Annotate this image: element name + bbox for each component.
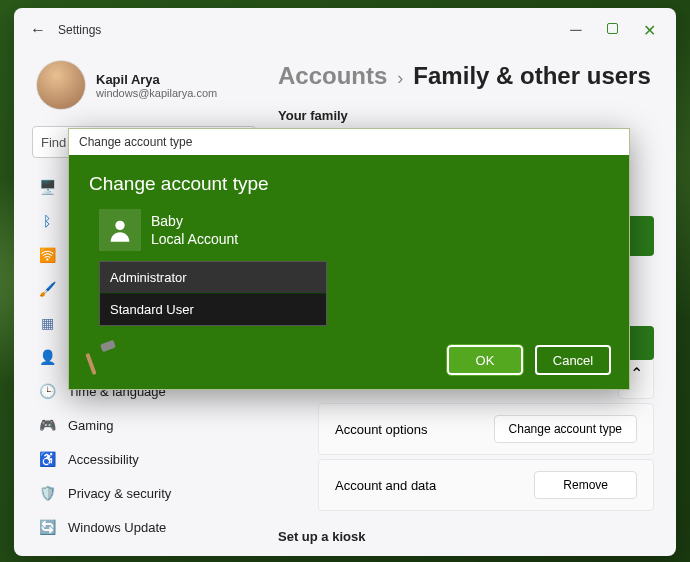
account-type-dropdown[interactable]: Administrator Standard User [99,261,327,326]
section-heading-kiosk: Set up a kiosk [278,529,654,544]
privacy-icon: 🛡️ [38,484,56,502]
profile-email: windows@kapilarya.com [96,87,217,99]
profile-avatar [36,60,86,110]
titlebar: ← Settings ─ ✕ [14,8,676,52]
account-options-label: Account options [335,422,428,437]
accounts-icon: 👤 [38,348,56,366]
sidebar-item-label: Accessibility [68,452,139,467]
sidebar-item-accessibility[interactable]: ♿Accessibility [32,442,256,476]
dialog-heading: Change account type [89,173,609,195]
sidebar-item-label: Windows Update [68,520,166,535]
svg-rect-1 [100,340,116,352]
bluetooth-icon: ᛒ [38,212,56,230]
personalization-icon: 🖌️ [38,280,56,298]
close-button[interactable]: ✕ [642,23,656,37]
dialog-user-type: Local Account [151,230,238,248]
dropdown-option-standard[interactable]: Standard User [100,293,326,325]
section-heading-family: Your family [278,108,654,123]
sidebar-item-privacy[interactable]: 🛡️Privacy & security [32,476,256,510]
sidebar-item-label: Gaming [68,418,114,433]
svg-rect-2 [85,353,96,375]
accessibility-icon: ♿ [38,450,56,468]
dropdown-option-administrator[interactable]: Administrator [100,262,326,293]
change-account-type-button[interactable]: Change account type [494,415,637,443]
account-data-label: Account and data [335,478,436,493]
breadcrumb-parent[interactable]: Accounts [278,62,387,90]
dialog-titlebar: Change account type [69,129,629,155]
sidebar-item-update[interactable]: 🔄Windows Update [32,510,256,544]
change-account-type-dialog: Change account type Change account type … [68,128,630,390]
dialog-account-info: Baby Local Account [99,209,609,251]
breadcrumb: Accounts › Family & other users [278,62,654,90]
profile-name: Kapil Arya [96,72,217,87]
cancel-button[interactable]: Cancel [535,345,611,375]
remove-button[interactable]: Remove [534,471,637,499]
svg-point-0 [115,221,124,230]
breadcrumb-current: Family & other users [413,62,650,90]
ok-button[interactable]: OK [447,345,523,375]
profile-block[interactable]: Kapil Arya windows@kapilarya.com [32,52,256,126]
window-title: Settings [58,23,101,37]
apps-icon: ▦ [38,314,56,332]
dialog-user-name: Baby [151,212,238,230]
network-icon: 🛜 [38,246,56,264]
account-data-row: Account and data Remove [318,459,654,511]
system-icon: 🖥️ [38,178,56,196]
chevron-right-icon: › [397,68,403,89]
update-icon: 🔄 [38,518,56,536]
gaming-icon: 🎮 [38,416,56,434]
sidebar-item-label: Privacy & security [68,486,171,501]
time-icon: 🕒 [38,382,56,400]
minimize-button[interactable]: ─ [569,23,583,37]
sidebar-item-gaming[interactable]: 🎮Gaming [32,408,256,442]
back-button[interactable]: ← [18,21,58,39]
account-options-row: Account options Change account type [318,403,654,455]
person-icon [99,209,141,251]
hammer-icon [83,339,123,379]
maximize-button[interactable] [607,23,618,34]
